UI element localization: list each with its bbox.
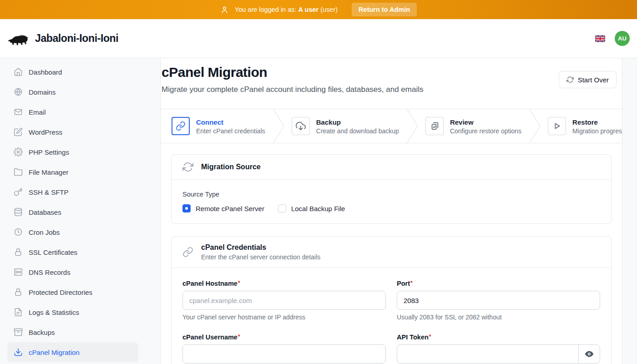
step-title: Connect <box>196 118 265 126</box>
uk-flag-icon[interactable] <box>595 35 605 42</box>
download-icon <box>14 348 23 357</box>
link-icon <box>182 247 193 258</box>
port-field-group: Port* Usually 2083 for SSL or 2082 witho… <box>397 280 600 321</box>
play-icon <box>552 121 562 131</box>
api-token-input[interactable] <box>397 344 578 364</box>
step-connect[interactable]: ConnectEnter cPanel credentials <box>172 117 273 135</box>
globe-icon <box>14 87 23 96</box>
sidebar-item-logs-statistics[interactable]: Logs & Statistics <box>7 302 138 322</box>
toggle-password-visibility-button[interactable] <box>578 344 600 364</box>
impersonated-user-name: A user <box>298 6 319 13</box>
chevron-separator-icon <box>529 109 541 143</box>
required-asterisk: * <box>410 280 413 286</box>
sidebar-item-php-settings[interactable]: PHP Settings <box>7 142 138 162</box>
folder-icon <box>14 167 23 177</box>
hostname-input[interactable] <box>182 291 386 310</box>
step-restore[interactable]: RestoreMigration progress <box>548 117 622 135</box>
required-asterisk: * <box>238 334 240 340</box>
lock-icon <box>14 288 23 297</box>
settings-icon <box>14 147 23 157</box>
sidebar-item-label: Logs & Statistics <box>29 308 79 316</box>
username-label: cPanel Username* <box>182 334 386 341</box>
main-panel: cPanel Migration Migrate your complete c… <box>160 58 622 364</box>
brand[interactable]: Jabaloni-Ioni-Ioni <box>7 31 118 46</box>
step-title: Backup <box>316 118 399 126</box>
sidebar-item-label: Cron Jobs <box>29 228 60 236</box>
sync-icon <box>182 162 193 172</box>
sidebar-item-label: WordPress <box>29 128 62 136</box>
cloud-download-icon <box>296 121 306 131</box>
sidebar-item-dns-records[interactable]: DNS Records <box>7 262 138 282</box>
step-subtitle: Configure restore options <box>450 127 521 135</box>
sidebar-item-label: DNS Records <box>29 268 71 276</box>
port-input[interactable] <box>397 291 600 310</box>
api-token-label: API Token* <box>397 334 600 341</box>
card-subtitle: Enter the cPanel server connection detai… <box>201 253 320 261</box>
sidebar-item-domains[interactable]: Domains <box>7 82 138 102</box>
refresh-icon <box>566 76 574 83</box>
boar-logo-icon <box>7 31 29 46</box>
brand-title: Jabaloni-Ioni-Ioni <box>35 32 118 45</box>
database-icon <box>14 207 23 217</box>
sidebar-item-dashboard[interactable]: Dashboard <box>7 62 138 82</box>
sidebar-item-databases[interactable]: Databases <box>7 202 138 222</box>
sidebar-item-label: SSH & SFTP <box>29 188 69 196</box>
app-header: Jabaloni-Ioni-Ioni AU <box>0 19 637 58</box>
page-subtitle: Migrate your complete cPanel account inc… <box>162 84 617 95</box>
sidebar-item-cpanel-migration[interactable]: cPanel Migration <box>7 342 138 362</box>
sidebar-item-label: Dashboard <box>29 68 62 76</box>
option-local-backup-file[interactable]: Local Backup File <box>278 204 345 212</box>
edit-icon <box>14 127 23 136</box>
sidebar-item-protected-directories[interactable]: Protected Directories <box>7 282 138 302</box>
sidebar-item-ssh-sftp[interactable]: SSH & SFTP <box>7 182 138 202</box>
username-input[interactable] <box>182 344 386 364</box>
card-title: Migration Source <box>201 163 261 171</box>
link-icon <box>176 121 186 131</box>
user-icon <box>220 5 229 14</box>
option-remote-cpanel-server[interactable]: Remote cPanel Server <box>182 204 264 212</box>
key-icon <box>14 187 23 197</box>
mail-icon <box>14 107 23 116</box>
server-icon <box>14 268 23 277</box>
return-to-admin-button[interactable]: Return to Admin <box>352 3 417 16</box>
sidebar-item-label: SSL Certificates <box>29 248 77 256</box>
sidebar-item-wordpress[interactable]: WordPress <box>7 122 138 142</box>
chevron-separator-icon <box>406 109 418 143</box>
step-review[interactable]: ReviewConfigure restore options <box>425 117 529 135</box>
home-icon <box>14 67 23 76</box>
step-title: Review <box>450 118 521 126</box>
step-icon-box <box>292 117 310 135</box>
clock-icon <box>14 228 23 237</box>
required-asterisk: * <box>429 334 431 340</box>
sidebar-item-label: File Manager <box>29 168 69 176</box>
sidebar-item-file-manager[interactable]: File Manager <box>7 162 138 182</box>
sidebar-item-ssl-certificates[interactable]: SSL Certificates <box>7 242 138 262</box>
start-over-button[interactable]: Start Over <box>559 71 617 88</box>
sidebar-item-label: cPanel Migration <box>29 349 80 356</box>
source-type-label: Source Type <box>182 191 600 198</box>
eye-icon <box>584 349 594 359</box>
sidebar-item-cron-jobs[interactable]: Cron Jobs <box>7 222 138 242</box>
hostname-label: cPanel Hostname* <box>182 280 386 287</box>
cpanel-credentials-card: cPanel Credentials Enter the cPanel serv… <box>171 236 612 364</box>
card-title: cPanel Credentials <box>201 243 320 252</box>
step-icon-box <box>172 117 190 135</box>
sidebar-item-email[interactable]: Email <box>7 102 138 122</box>
api-token-field-group: API Token* <box>397 334 600 364</box>
avatar[interactable]: AU <box>615 31 630 46</box>
sidebar-item-label: Domains <box>29 88 56 96</box>
hostname-field-group: cPanel Hostname* Your cPanel server host… <box>182 280 386 321</box>
archive-icon <box>14 328 23 337</box>
radio-unchecked-icon[interactable] <box>278 204 286 212</box>
migration-source-card: Migration Source Source Type Remote cPan… <box>171 154 612 224</box>
file-text-icon <box>14 308 23 317</box>
step-icon-box <box>548 117 566 135</box>
impersonation-message: You are logged in as: A user (user) <box>235 6 338 13</box>
sidebar: DashboardDomainsEmailWordPressPHP Settin… <box>0 58 160 364</box>
step-subtitle: Enter cPanel credentials <box>196 127 265 135</box>
sidebar-item-label: Backups <box>29 329 55 336</box>
step-backup[interactable]: BackupCreate and download backup <box>292 117 406 135</box>
impersonated-user-role: (user) <box>320 6 338 13</box>
radio-checked-icon[interactable] <box>182 204 191 212</box>
sidebar-item-backups[interactable]: Backups <box>7 322 138 342</box>
